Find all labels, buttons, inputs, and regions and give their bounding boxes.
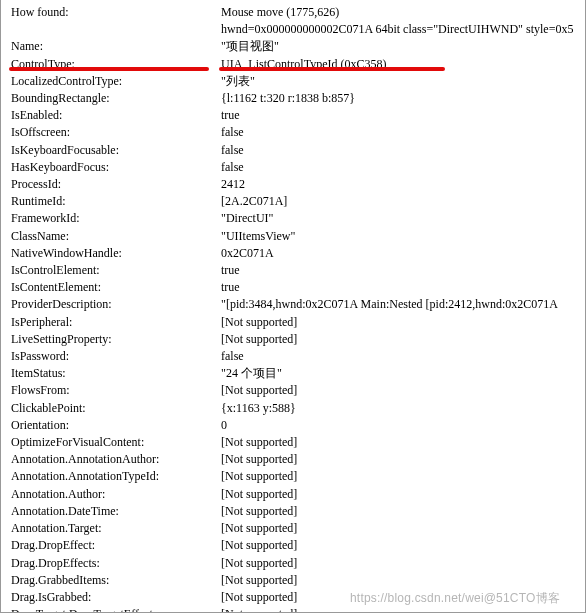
property-row[interactable]: hwnd=0x000000000002C071A 64bit class="Di… <box>11 21 579 38</box>
property-row[interactable]: Orientation:0 <box>11 417 579 434</box>
highlight-underline-key <box>9 67 209 71</box>
property-row[interactable]: OptimizeForVisualContent:[Not supported] <box>11 434 579 451</box>
property-value: 0 <box>221 417 579 434</box>
property-key: How found: <box>11 4 221 21</box>
property-value: [Not supported] <box>221 314 579 331</box>
property-key: FrameworkId: <box>11 210 221 227</box>
property-row[interactable]: FlowsFrom:[Not supported] <box>11 382 579 399</box>
property-row[interactable]: IsEnabled:true <box>11 107 579 124</box>
property-value: [Not supported] <box>221 451 579 468</box>
property-row[interactable]: Annotation.Target:[Not supported] <box>11 520 579 537</box>
property-key: Annotation.DateTime: <box>11 503 221 520</box>
property-row[interactable]: ItemStatus:"24 个项目" <box>11 365 579 382</box>
property-key <box>11 21 221 38</box>
property-value: 2412 <box>221 176 579 193</box>
property-value: true <box>221 107 579 124</box>
property-value: false <box>221 348 579 365</box>
property-row[interactable]: BoundingRectangle:{l:1162 t:320 r:1838 b… <box>11 90 579 107</box>
property-key: Annotation.Author: <box>11 486 221 503</box>
property-key: LocalizedControlType: <box>11 73 221 90</box>
property-row[interactable]: NativeWindowHandle:0x2C071A <box>11 245 579 262</box>
property-row[interactable]: IsOffscreen:false <box>11 124 579 141</box>
property-value: [Not supported] <box>221 468 579 485</box>
property-key: IsEnabled: <box>11 107 221 124</box>
property-value: [Not supported] <box>221 572 579 589</box>
property-value: {l:1162 t:320 r:1838 b:857} <box>221 90 579 107</box>
property-value: false <box>221 124 579 141</box>
property-key: IsPassword: <box>11 348 221 365</box>
property-key: RuntimeId: <box>11 193 221 210</box>
property-key: IsOffscreen: <box>11 124 221 141</box>
property-value: "项目视图" <box>221 38 579 55</box>
property-row[interactable]: Annotation.AnnotationAuthor:[Not support… <box>11 451 579 468</box>
property-value: [Not supported] <box>221 331 579 348</box>
property-value: true <box>221 279 579 296</box>
property-row[interactable]: Drag.IsGrabbed:[Not supported] <box>11 589 579 606</box>
property-row[interactable]: ProcessId:2412 <box>11 176 579 193</box>
property-key: Annotation.AnnotationTypeId: <box>11 468 221 485</box>
property-value: {x:1163 y:588} <box>221 400 579 417</box>
property-key: Drag.IsGrabbed: <box>11 589 221 606</box>
property-row[interactable]: Annotation.DateTime:[Not supported] <box>11 503 579 520</box>
property-row[interactable]: Annotation.Author:[Not supported] <box>11 486 579 503</box>
properties-pane[interactable]: How found:Mouse move (1775,626)hwnd=0x00… <box>0 0 586 613</box>
property-key: Drag.DropEffects: <box>11 555 221 572</box>
property-key: ProcessId: <box>11 176 221 193</box>
property-row[interactable]: IsKeyboardFocusable:false <box>11 142 579 159</box>
property-value: true <box>221 262 579 279</box>
property-value: [Not supported] <box>221 434 579 451</box>
property-key: ItemStatus: <box>11 365 221 382</box>
property-row[interactable]: Annotation.AnnotationTypeId:[Not support… <box>11 468 579 485</box>
property-key: IsContentElement: <box>11 279 221 296</box>
property-key: Drag.DropEffect: <box>11 537 221 554</box>
property-key: Name: <box>11 38 221 55</box>
property-value: [Not supported] <box>221 537 579 554</box>
property-row[interactable]: IsContentElement:true <box>11 279 579 296</box>
property-key: Drag.GrabbedItems: <box>11 572 221 589</box>
property-row[interactable]: ClickablePoint:{x:1163 y:588} <box>11 400 579 417</box>
property-row[interactable]: DropTarget.DropTargetEffect:[Not support… <box>11 606 579 613</box>
property-key: ProviderDescription: <box>11 296 221 313</box>
property-key: HasKeyboardFocus: <box>11 159 221 176</box>
property-value: "24 个项目" <box>221 365 579 382</box>
property-value: [Not supported] <box>221 555 579 572</box>
property-key: BoundingRectangle: <box>11 90 221 107</box>
property-key: ClickablePoint: <box>11 400 221 417</box>
property-row[interactable]: LiveSettingProperty:[Not supported] <box>11 331 579 348</box>
property-value: [Not supported] <box>221 382 579 399</box>
property-key: Orientation: <box>11 417 221 434</box>
property-row[interactable]: IsPeripheral:[Not supported] <box>11 314 579 331</box>
property-row[interactable]: RuntimeId:[2A.2C071A] <box>11 193 579 210</box>
property-row[interactable]: How found:Mouse move (1775,626) <box>11 4 579 21</box>
property-key: IsKeyboardFocusable: <box>11 142 221 159</box>
property-value: "[pid:3484,hwnd:0x2C071A Main:Nested [pi… <box>221 296 579 313</box>
property-row[interactable]: FrameworkId:"DirectUI" <box>11 210 579 227</box>
property-key: DropTarget.DropTargetEffect: <box>11 606 221 613</box>
property-value: [Not supported] <box>221 503 579 520</box>
property-key: NativeWindowHandle: <box>11 245 221 262</box>
property-row[interactable]: HasKeyboardFocus:false <box>11 159 579 176</box>
property-row[interactable]: Name:"项目视图" <box>11 38 579 55</box>
property-value: 0x2C071A <box>221 245 579 262</box>
property-row[interactable]: Drag.DropEffect:[Not supported] <box>11 537 579 554</box>
property-value: Mouse move (1775,626) <box>221 4 579 21</box>
property-row[interactable]: IsPassword:false <box>11 348 579 365</box>
property-key: OptimizeForVisualContent: <box>11 434 221 451</box>
property-key: ClassName: <box>11 228 221 245</box>
property-row[interactable]: IsControlElement:true <box>11 262 579 279</box>
property-key: IsControlElement: <box>11 262 221 279</box>
property-row[interactable]: Drag.DropEffects:[Not supported] <box>11 555 579 572</box>
property-row[interactable]: Drag.GrabbedItems:[Not supported] <box>11 572 579 589</box>
property-row[interactable]: ProviderDescription:"[pid:3484,hwnd:0x2C… <box>11 296 579 313</box>
property-key: FlowsFrom: <box>11 382 221 399</box>
property-key: LiveSettingProperty: <box>11 331 221 348</box>
property-key: Annotation.AnnotationAuthor: <box>11 451 221 468</box>
property-key: Annotation.Target: <box>11 520 221 537</box>
property-value: [Not supported] <box>221 520 579 537</box>
property-row[interactable]: LocalizedControlType:"列表" <box>11 73 579 90</box>
property-value: [2A.2C071A] <box>221 193 579 210</box>
property-row[interactable]: ClassName:"UIItemsView" <box>11 228 579 245</box>
property-value: "DirectUI" <box>221 210 579 227</box>
property-value: "UIItemsView" <box>221 228 579 245</box>
property-value: hwnd=0x000000000002C071A 64bit class="Di… <box>221 21 579 38</box>
